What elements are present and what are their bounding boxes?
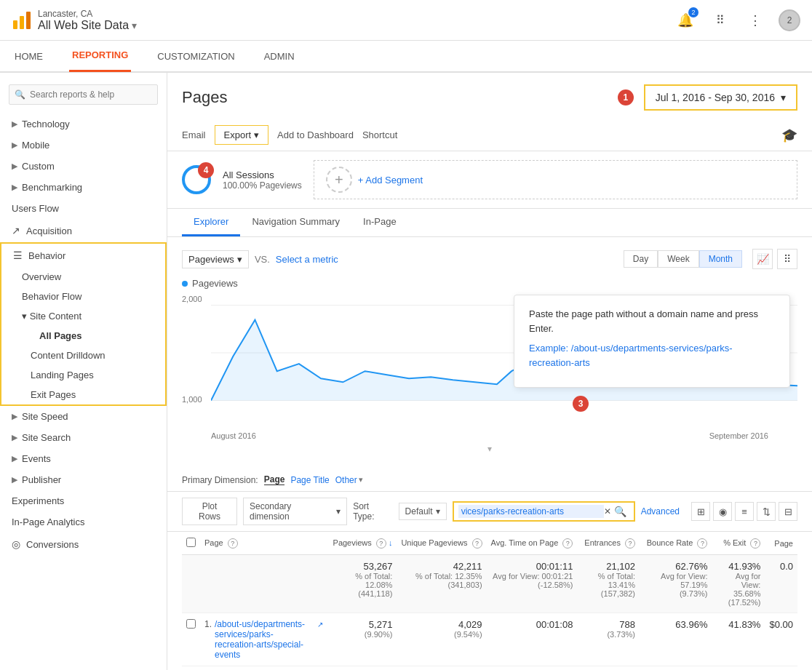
row1-page-link[interactable]: /about-us/departments-services/parks-rec… xyxy=(215,619,314,660)
pivot-view-button[interactable]: ⊟ xyxy=(779,502,797,521)
row2-exit xyxy=(712,666,765,671)
select-metric-link[interactable]: Select a metric xyxy=(276,254,338,265)
tab-in-page[interactable]: In-Page xyxy=(351,209,408,236)
sidebar-label-landing-pages: Landing Pages xyxy=(31,370,94,380)
row1-ext-icon: ↗ xyxy=(317,621,323,629)
sidebar-item-events[interactable]: ▶ Events xyxy=(0,448,167,469)
x-label-august: August 2016 xyxy=(211,431,256,440)
unique-pv-help-icon[interactable]: ? xyxy=(472,538,482,549)
user-avatar[interactable]: 2 xyxy=(779,9,800,31)
table-view-button[interactable]: ⊞ xyxy=(691,502,710,521)
dim-option-page[interactable]: Page xyxy=(264,474,285,485)
sidebar-item-site-speed[interactable]: ▶ Site Speed xyxy=(0,406,167,427)
behavior-section: ☰ Behavior Overview Behavior Flow ▾ Site… xyxy=(0,242,167,406)
sidebar-item-content-drilldown[interactable]: Content Drilldown xyxy=(1,346,165,365)
chart-dot-icon xyxy=(182,281,188,287)
site-title: All Web Site Data xyxy=(38,19,129,32)
chart-scroll-indicator[interactable]: ▾ xyxy=(182,443,797,454)
total-bounce-cell: 62.76% Avg for View: 57.19% (9.73%) xyxy=(640,555,712,613)
total-pv-pct2: 12.08% xyxy=(365,581,392,589)
export-button[interactable]: Export ▾ xyxy=(215,125,269,145)
email-button[interactable]: Email xyxy=(182,129,206,140)
sidebar-item-users-flow[interactable]: Users Flow xyxy=(0,198,167,219)
sidebar-search-input[interactable] xyxy=(9,84,158,105)
sidebar-item-custom[interactable]: ▶ Custom xyxy=(0,156,167,177)
row1-exit: 41.83% xyxy=(712,613,765,666)
date-range-text: Jul 1, 2016 - Sep 30, 2016 xyxy=(656,92,775,103)
search-box: ✕ 🔍 xyxy=(453,501,635,522)
sidebar-label-all-pages: All Pages xyxy=(39,330,82,341)
sidebar-item-publisher[interactable]: ▶ Publisher xyxy=(0,469,167,490)
entrances-help-icon[interactable]: ? xyxy=(625,538,635,549)
search-input[interactable] xyxy=(458,505,604,518)
sidebar-item-behavior[interactable]: ☰ Behavior xyxy=(1,244,165,267)
add-dashboard-button[interactable]: Add to Dashboard xyxy=(277,129,354,140)
total-page-value: 0.0 xyxy=(769,561,793,572)
line-chart-button[interactable]: 📈 xyxy=(752,249,773,269)
page-help-icon[interactable]: ? xyxy=(228,538,238,549)
bounce-help-icon[interactable]: ? xyxy=(697,538,707,549)
content-toolbar: Email Export ▾ Add to Dashboard Shortcut… xyxy=(167,119,812,151)
clear-search-icon[interactable]: ✕ xyxy=(604,506,611,517)
exit-help-icon[interactable]: ? xyxy=(750,538,760,549)
total-upv-total: (341,803) xyxy=(401,581,482,589)
tooltip-box: Paste the page path without a domain nam… xyxy=(514,295,790,388)
more-options-button[interactable]: ⋮ xyxy=(744,9,767,32)
sidebar-item-behavior-flow[interactable]: Behavior Flow xyxy=(1,287,165,306)
dim-option-page-title[interactable]: Page Title xyxy=(290,475,329,485)
search-go-button[interactable]: 🔍 xyxy=(611,506,629,517)
sidebar-item-mobile[interactable]: ▶ Mobile xyxy=(0,135,167,156)
advanced-link[interactable]: Advanced xyxy=(641,506,680,517)
week-button[interactable]: Week xyxy=(658,250,698,268)
content-header: Pages 1 Jul 1, 2016 - Sep 30, 2016 ▾ xyxy=(167,73,812,119)
sidebar-item-landing-pages[interactable]: Landing Pages xyxy=(1,365,165,385)
sort-icon-pageviews[interactable]: ↓ xyxy=(389,538,393,547)
day-button[interactable]: Day xyxy=(624,250,658,268)
nav-home[interactable]: HOME xyxy=(12,40,46,72)
bar-chart-button[interactable]: ⠿ xyxy=(777,249,797,269)
nav-reporting[interactable]: REPORTING xyxy=(69,40,131,72)
secondary-dimension-select[interactable]: Secondary dimension ▾ xyxy=(243,498,347,525)
avg-time-help-icon[interactable]: ? xyxy=(562,538,573,549)
month-button[interactable]: Month xyxy=(699,250,742,268)
row2-bounce xyxy=(640,666,712,671)
sidebar-item-acquisition[interactable]: ↗ Acquisition xyxy=(0,219,167,242)
sidebar-item-technology[interactable]: ▶ Technology xyxy=(0,113,167,135)
sidebar-item-conversions[interactable]: ◎ Conversions xyxy=(0,533,167,556)
nav-customization[interactable]: CUSTOMIZATION xyxy=(154,40,237,72)
tab-explorer[interactable]: Explorer xyxy=(182,209,240,236)
sort-type-select[interactable]: Default ▾ xyxy=(399,503,447,520)
row1-pv-value: 5,271 xyxy=(332,619,393,630)
pageviews-help-icon[interactable]: ? xyxy=(376,538,386,549)
tab-navigation-summary[interactable]: Navigation Summary xyxy=(240,209,351,236)
row1-check[interactable] xyxy=(186,619,196,629)
apps-button[interactable]: ⠿ xyxy=(709,9,732,32)
sidebar-item-in-page-analytics[interactable]: In-Page Analytics xyxy=(0,511,167,533)
notifications-button[interactable]: 🔔 2 xyxy=(674,9,697,32)
sidebar-item-all-pages[interactable]: All Pages xyxy=(1,326,165,346)
sidebar-item-experiments[interactable]: Experiments xyxy=(0,490,167,511)
sidebar-item-benchmarking[interactable]: ▶ Benchmarking xyxy=(0,177,167,198)
pie-view-button[interactable]: ◉ xyxy=(713,502,732,521)
arrow-icon-events: ▶ xyxy=(12,454,17,463)
select-all-checkbox[interactable] xyxy=(186,538,196,547)
plot-rows-button[interactable]: Plot Rows xyxy=(182,498,237,525)
sidebar-item-overview[interactable]: Overview xyxy=(1,267,165,287)
row1-page-text: /about-us/departments-services/parks-rec… xyxy=(215,619,305,660)
date-range-button[interactable]: Jul 1, 2016 - Sep 30, 2016 ▾ xyxy=(644,84,797,111)
behavior-icon: ☰ xyxy=(13,250,23,261)
add-segment-button[interactable]: + + Add Segment xyxy=(314,160,797,199)
y-label-1000: 1,000 xyxy=(182,395,202,404)
compare-view-button[interactable]: ⇅ xyxy=(757,502,776,521)
bar-view-button[interactable]: ≡ xyxy=(735,502,754,521)
shortcut-button[interactable]: Shortcut xyxy=(362,129,397,140)
sidebar-item-site-search[interactable]: ▶ Site Search xyxy=(0,427,167,448)
sidebar-item-exit-pages[interactable]: Exit Pages xyxy=(1,385,165,404)
total-exit: 41.93% xyxy=(716,561,760,572)
sidebar-item-site-content[interactable]: ▾ Site Content xyxy=(1,306,165,326)
metric-select[interactable]: Pageviews ▾ xyxy=(182,250,249,268)
nav-admin[interactable]: ADMIN xyxy=(261,40,298,72)
tooltip-line2: Example: /about-us/departments-services/… xyxy=(529,341,775,370)
site-dropdown-icon[interactable]: ▾ xyxy=(132,20,137,31)
dim-option-other[interactable]: Other xyxy=(335,475,357,485)
